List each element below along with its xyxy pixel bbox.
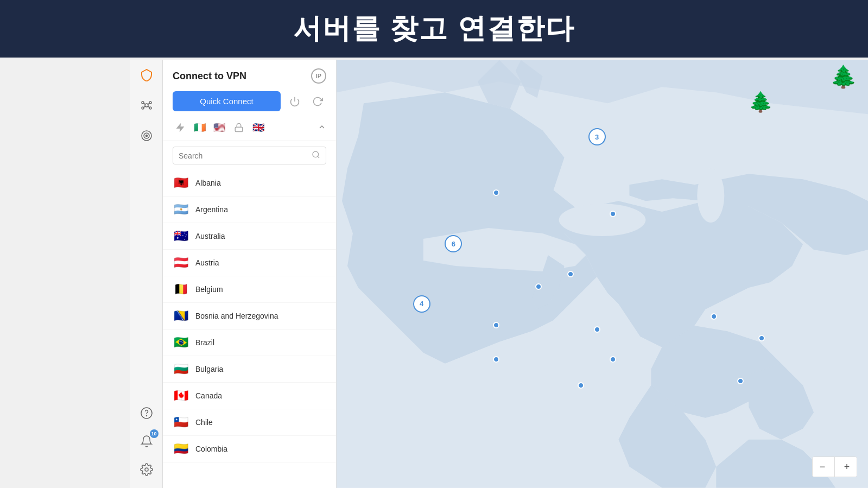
country-list-item[interactable]: 🇦🇹 Austria <box>163 250 336 276</box>
bottom-icons: 10 <box>137 403 156 488</box>
search-row <box>163 141 336 170</box>
country-name: Austria <box>195 258 219 267</box>
zoom-controls: − + <box>812 457 857 477</box>
lightning-filter-icon[interactable] <box>173 120 188 135</box>
map-dot <box>493 356 499 363</box>
country-list-item[interactable]: 🇧🇬 Bulgaria <box>163 356 336 383</box>
country-name: Bosnia and Herzegovina <box>195 312 278 320</box>
country-name: Bulgaria <box>195 365 223 373</box>
svg-point-18 <box>313 151 319 157</box>
country-flag: 🇦🇱 <box>173 176 189 190</box>
country-list-item[interactable]: 🇨🇱 Chile <box>163 409 336 436</box>
country-name: Canada <box>195 391 222 400</box>
country-name: Brazil <box>195 338 214 347</box>
svg-rect-17 <box>235 127 243 131</box>
country-name: Albania <box>195 179 221 187</box>
svg-line-5 <box>144 103 145 105</box>
svg-line-8 <box>148 106 149 107</box>
country-list-item[interactable]: 🇨🇴 Colombia <box>163 436 336 462</box>
tree-icon-1: 🌲 <box>830 64 857 90</box>
usa-flag-filter[interactable]: 🇺🇸 <box>212 122 227 133</box>
ip-icon[interactable]: IP <box>311 68 326 84</box>
svg-line-19 <box>318 156 319 158</box>
country-name: Argentina <box>195 205 228 214</box>
lock-filter-icon[interactable] <box>231 120 246 135</box>
panel-header: Connect to VPN IP <box>163 60 336 89</box>
map-dot <box>758 335 765 341</box>
search-input-wrap <box>173 147 326 164</box>
svg-line-6 <box>148 103 149 105</box>
country-list: 🇦🇱 Albania 🇦🇷 Argentina 🇦🇺 Australia 🇦🇹 … <box>163 170 336 488</box>
notification-nav-icon[interactable]: 10 <box>137 432 156 451</box>
tree-icon-2: 🌲 <box>749 90 773 113</box>
banner-text: 서버를 찾고 연결한다 <box>293 12 575 44</box>
filter-row: 🇮🇪 🇺🇸 🇬🇧 <box>163 117 336 141</box>
map-dot <box>493 322 499 328</box>
svg-line-7 <box>144 106 145 107</box>
country-flag: 🇨🇱 <box>173 415 189 429</box>
country-flag: 🇨🇦 <box>173 389 189 403</box>
country-list-item[interactable]: 🇦🇷 Argentina <box>163 197 336 223</box>
power-icon[interactable] <box>286 93 303 110</box>
shield-nav-icon[interactable] <box>137 65 156 85</box>
svg-point-11 <box>145 135 147 137</box>
map-dot <box>493 189 499 196</box>
zoom-out-button[interactable]: − <box>813 457 832 477</box>
svg-point-14 <box>145 468 148 471</box>
map-dot <box>535 283 542 290</box>
country-list-item[interactable]: 🇦🇺 Australia <box>163 223 336 250</box>
country-flag: 🇨🇴 <box>173 442 189 456</box>
country-flag: 🇦🇺 <box>173 229 189 243</box>
zoom-in-button[interactable]: + <box>837 457 857 477</box>
search-input[interactable] <box>179 151 308 160</box>
country-name: Colombia <box>195 445 227 453</box>
map-cluster[interactable]: 4 <box>413 295 430 313</box>
svg-point-1 <box>142 102 144 104</box>
map-cluster[interactable]: 3 <box>588 128 606 145</box>
map-dot <box>578 382 584 389</box>
uk-flag-filter[interactable]: 🇬🇧 <box>251 122 266 133</box>
target-nav-icon[interactable] <box>137 126 156 145</box>
quick-connect-button[interactable]: Quick Connect <box>173 91 281 111</box>
help-nav-icon[interactable] <box>137 403 156 423</box>
country-name: Belgium <box>195 285 223 294</box>
country-list-item[interactable]: 🇧🇦 Bosnia and Herzegovina <box>163 303 336 329</box>
map-dot <box>610 211 616 217</box>
icon-sidebar: 10 <box>130 60 163 488</box>
map-area: 🌲 🌲 364 − + <box>337 60 868 488</box>
panel-title: Connect to VPN <box>173 71 246 82</box>
map-dot <box>594 326 600 333</box>
quick-connect-row: Quick Connect <box>163 89 336 117</box>
svg-point-21 <box>559 204 646 236</box>
country-flag: 🇦🇷 <box>173 202 189 217</box>
network-nav-icon[interactable] <box>137 96 156 115</box>
refresh-icon[interactable] <box>309 93 326 110</box>
country-flag: 🇧🇦 <box>173 309 189 323</box>
map-cluster[interactable]: 6 <box>445 235 462 252</box>
svg-point-3 <box>142 107 144 109</box>
svg-point-2 <box>149 102 151 104</box>
chevron-up-icon[interactable] <box>318 123 326 133</box>
map-dot <box>610 356 616 363</box>
svg-point-13 <box>146 416 147 416</box>
country-flag: 🇧🇬 <box>173 362 189 376</box>
notification-badge: 10 <box>150 429 159 438</box>
country-list-item[interactable]: 🇧🇪 Belgium <box>163 276 336 303</box>
search-icon[interactable] <box>312 150 320 161</box>
country-list-item[interactable]: 🇧🇷 Brazil <box>163 329 336 356</box>
svg-point-4 <box>149 107 151 109</box>
svg-marker-16 <box>176 124 184 132</box>
settings-nav-icon[interactable] <box>137 460 156 479</box>
country-list-item[interactable]: 🇦🇱 Albania <box>163 170 336 197</box>
map-dot <box>567 271 574 277</box>
vpn-panel: Connect to VPN IP Quick Connect 🇮🇪 🇺🇸 <box>163 60 337 488</box>
zoom-divider <box>834 457 835 477</box>
map-dot <box>737 378 744 384</box>
ireland-flag-filter[interactable]: 🇮🇪 <box>192 122 207 133</box>
country-flag: 🇧🇷 <box>173 335 189 350</box>
map-dot <box>711 313 717 320</box>
country-name: Chile <box>195 418 213 427</box>
map-svg: 🌲 🌲 <box>337 60 868 488</box>
top-banner: 서버를 찾고 연결한다 <box>0 0 868 58</box>
country-list-item[interactable]: 🇨🇦 Canada <box>163 383 336 409</box>
